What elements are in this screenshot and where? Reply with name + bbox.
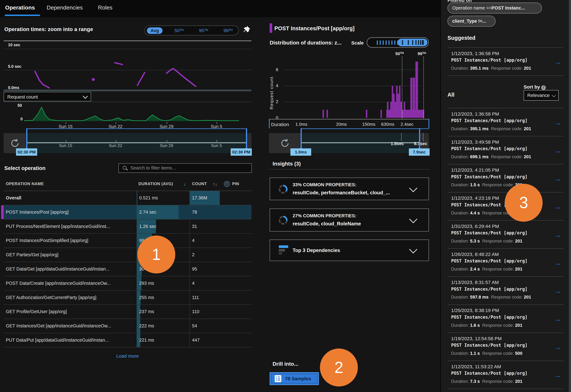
open-sample-arrow-icon[interactable]: → — [554, 175, 561, 183]
filter-chip-client-type[interactable]: client_Type !=... — [447, 16, 496, 27]
percentile-95th[interactable]: 95ᵀᴴ — [195, 27, 212, 34]
sample-item[interactable]: 1/12/2023, 4:21:05 PMPOST Instances/Post… — [447, 164, 563, 192]
metric-dropdown[interactable]: Request count — [4, 92, 91, 101]
open-sample-arrow-icon[interactable]: → — [554, 58, 561, 66]
table-row[interactable]: GET Instances/Get [app/instanceGuid/inst… — [4, 319, 251, 333]
tab-dependencies[interactable]: Dependencies — [47, 4, 83, 11]
duration-histogram[interactable] — [284, 51, 429, 118]
operation-times-title: Operation times: zoom into a range — [4, 26, 93, 32]
sort-desc-icon[interactable]: ↓ — [184, 182, 186, 187]
sample-item[interactable]: 1/26/2023, 8:48:22 AMPOST Instances/Post… — [447, 248, 563, 276]
hist-bar — [410, 78, 413, 118]
brush-start-time[interactable]: 02:30 PM — [16, 148, 37, 156]
table-row[interactable]: GET Authorization/GetCurrentParty [app/o… — [4, 291, 251, 305]
open-sample-arrow-icon[interactable]: → — [554, 343, 561, 351]
table-row[interactable]: POST Instances/Post [app/org]2.74 sec78 — [4, 205, 251, 219]
divider — [4, 91, 251, 91]
percentile-99th[interactable]: 99ᵀᴴ — [220, 27, 236, 34]
op-duration: 1.26 sec — [139, 219, 157, 233]
sample-time: 1/12/2023, 4:23:18 PM — [451, 195, 499, 201]
sample-item[interactable]: 1/25/2023, 8:38:19 PMPOST Instances/Post… — [447, 305, 563, 333]
open-sample-arrow-icon[interactable]: → — [554, 371, 561, 379]
search-input[interactable]: Search to filter items... — [118, 163, 252, 173]
donut-chart-icon — [278, 184, 288, 194]
sample-duration: Duration: 1.1 s Response code: 500 — [451, 351, 522, 356]
sample-operation: POST Instances/Post [app/org] — [451, 315, 528, 320]
table-row[interactable]: POST Instances/PostSimplified [app/org]9… — [4, 234, 251, 248]
donut-chart-icon — [278, 215, 288, 225]
hist-xtick: 150ms — [362, 122, 375, 127]
op-duration: 2.74 sec — [139, 205, 157, 219]
chevron-down-icon[interactable] — [409, 215, 417, 223]
dur-selection-top-edge — [301, 128, 429, 129]
pin-icon[interactable] — [242, 25, 251, 35]
tab-operations[interactable]: Operations — [5, 4, 35, 11]
table-row[interactable]: Overall0.521 ms17.36M — [4, 191, 251, 205]
panel-divider — [440, 0, 441, 392]
hist-bar — [398, 94, 399, 118]
col-operation-name[interactable]: OPERATION NAME — [6, 182, 44, 186]
sample-item[interactable]: 1/12/2023, 1:36:58 PMPOST Instances/Post… — [447, 47, 563, 75]
sample-item[interactable]: 1/12/2023, 1:36:58 PMPOST Instances/Post… — [447, 108, 563, 136]
chevron-down-icon[interactable] — [409, 245, 417, 253]
sample-item[interactable]: 1/12/2023, 11:53:22 AMPOST Instances/Pos… — [447, 361, 563, 389]
insight-card-common-properties-33[interactable]: 33% COMMON PROPERTIES: resultCode, perfo… — [270, 177, 429, 200]
axis-edge — [428, 119, 429, 128]
percentile-50th[interactable]: 50ᵀᴴ — [171, 27, 187, 34]
open-sample-arrow-icon[interactable]: → — [554, 203, 561, 211]
open-sample-arrow-icon[interactable]: → — [554, 146, 561, 155]
info-icon[interactable]: i — [541, 85, 546, 90]
duration-brush-start[interactable]: 1.0ms — [290, 148, 311, 156]
op-count: 54 — [192, 319, 197, 333]
open-sample-arrow-icon[interactable]: → — [554, 259, 561, 267]
request-count-area-chart[interactable] — [4, 103, 251, 122]
percentile-toggle-group[interactable]: Avg 50ᵀᴴ 95ᵀᴴ 99ᵀᴴ — [144, 26, 239, 35]
sample-item[interactable]: 1/13/2023, 8:31:57 AMPOST Instances/Post… — [447, 276, 563, 305]
table-row[interactable]: POST Data/Create [app/instanceGuid/insta… — [4, 276, 251, 291]
undo-icon — [280, 138, 290, 148]
load-more-link[interactable]: Load more — [4, 353, 251, 359]
hist-ylabel-wrap: Request count — [270, 73, 275, 113]
brush-tick-sun29: Sun 29 — [160, 143, 173, 148]
drill-into-label: Drill into... — [272, 361, 299, 367]
bar-chart-icon — [279, 245, 288, 255]
insight-detail: resultCode, cloud_RoleName — [293, 221, 361, 227]
percentile-avg[interactable]: Avg — [147, 27, 163, 34]
open-sample-arrow-icon[interactable]: → — [554, 287, 561, 295]
tick — [66, 140, 66, 142]
sort-updown-icon[interactable]: ↑↓ — [213, 182, 217, 187]
table-row[interactable]: GET Parties/Get [app/org]2 — [4, 248, 251, 262]
axis-edge — [269, 119, 270, 128]
chevron-down-icon — [552, 93, 556, 97]
avg-duration-line-chart[interactable] — [4, 40, 251, 91]
open-sample-arrow-icon[interactable]: → — [554, 118, 561, 127]
col-count[interactable]: COUNT — [192, 182, 207, 186]
all-title: All — [447, 91, 455, 98]
table-row[interactable]: GET Profile/GetUser [app/org]237 ms110 — [4, 305, 251, 319]
insight-card-top-dependencies[interactable]: Top 3 Dependencies — [270, 239, 429, 261]
duration-brush-end[interactable]: 7.9sec — [409, 148, 430, 156]
sample-item[interactable]: 1/12/2023, 3:04:49 PM — [447, 389, 563, 392]
scrollbar[interactable] — [569, 0, 571, 392]
table-row[interactable]: PUT Process/NextElement [app/instanceGui… — [4, 219, 251, 234]
open-sample-arrow-icon[interactable]: → — [554, 315, 561, 323]
col-duration[interactable]: DURATION (AVG) — [139, 182, 173, 186]
table-row[interactable]: GET Data/Get [app/dataGuid/instanceGuid/… — [4, 262, 251, 276]
sample-item[interactable]: 1/12/2023, 3:49:58 PMPOST Instances/Post… — [447, 136, 563, 164]
tab-roles[interactable]: Roles — [98, 4, 112, 11]
reset-sort-icon[interactable] — [224, 181, 230, 187]
sample-time: 1/12/2023, 1:36:58 PM — [451, 111, 499, 117]
sample-item[interactable]: 1/19/2023, 12:54:58 PMPOST Instances/Pos… — [447, 333, 563, 361]
sort-dropdown[interactable]: Relevance — [524, 90, 559, 101]
table-row[interactable]: PUT Data/Put [app/dataGuid/instanceGuid/… — [4, 333, 251, 348]
tab-bar: Operations Dependencies Roles — [0, 0, 440, 17]
filter-chip-operation-name[interactable]: Operation name == POST Instanc... — [447, 2, 542, 14]
open-sample-arrow-icon[interactable]: → — [554, 231, 561, 239]
brush-end-time[interactable]: 02:30 PM — [231, 148, 252, 156]
sample-operation: POST Instances/Post [app/org] — [451, 231, 528, 235]
chevron-down-icon[interactable] — [409, 184, 417, 192]
insight-card-common-properties-27[interactable]: 27% COMMON PROPERTIES: resultCode, cloud… — [270, 209, 429, 232]
samples-button[interactable]: 78 Samples — [270, 372, 319, 385]
sample-item[interactable]: 1/31/2023, 6:29:44 PMPOST Instances/Post… — [447, 220, 563, 248]
scale-toggle[interactable] — [367, 37, 429, 48]
